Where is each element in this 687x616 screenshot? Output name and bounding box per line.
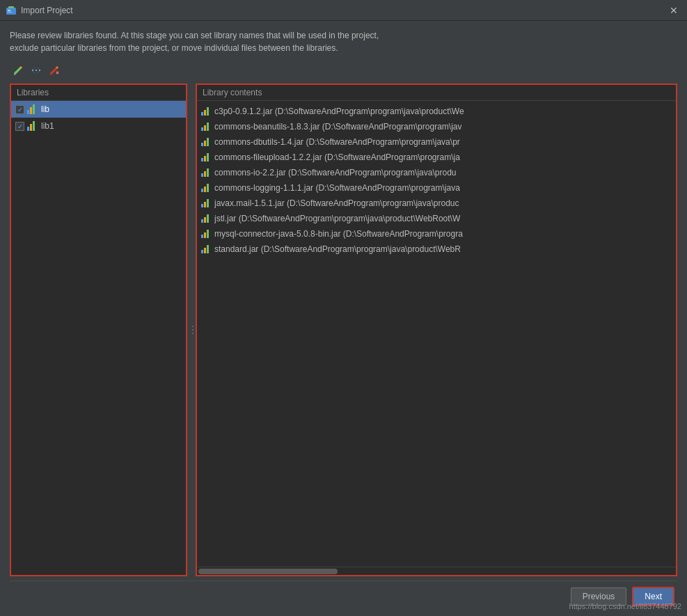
library-contents-header: Library contents (197, 85, 676, 101)
content-text-6: javax.mail-1.5.1.jar (D:\SoftwareAndProg… (214, 198, 459, 208)
jar-bars-8 (201, 230, 211, 238)
lib-bars-icon (27, 104, 38, 114)
content-item-7[interactable]: jstl.jar (D:\SoftwareAndProgram\program\… (197, 211, 676, 226)
jar-bars-0 (201, 107, 211, 116)
library-contents-panel: Library contents c3p0-0.9.1.2.jar (D:\So… (196, 84, 677, 576)
jar-bars-7 (201, 214, 211, 223)
lib-name-lib1: lib1 (41, 121, 54, 131)
lib-icon-lib1 (27, 121, 38, 131)
content-text-1: commons-beanutils-1.8.3.jar (D:\Software… (214, 122, 461, 132)
jar-icon-5 (201, 184, 211, 192)
lib-icon-lib (27, 104, 38, 114)
content-item-2[interactable]: commons-dbutils-1.4.jar (D:\SoftwareAndP… (197, 134, 676, 150)
jar-icon-1 (201, 123, 211, 131)
next-button[interactable]: Next (632, 587, 674, 606)
jar-bars-1 (201, 123, 211, 131)
description-line2: exclude particular libraries from the pr… (10, 42, 677, 54)
svg-rect-8 (33, 68, 35, 72)
jar-icon-9 (201, 245, 211, 253)
content-text-4: commons-io-2.2.jar (D:\SoftwareAndProgra… (214, 168, 456, 177)
jar-bars-6 (201, 199, 211, 207)
title-bar-left: Import Project (6, 5, 73, 16)
svg-rect-2 (8, 10, 10, 11)
move-library-button[interactable] (28, 63, 45, 78)
close-button[interactable]: ✕ (666, 3, 681, 18)
content-item-0[interactable]: c3p0-0.9.1.2.jar (D:\SoftwareAndProgram\… (197, 104, 676, 119)
library-item-lib1[interactable]: ✓ lib1 (11, 118, 186, 134)
title-bar: Import Project ✕ (0, 0, 687, 21)
content-text-8: mysql-connector-java-5.0.8-bin.jar (D:\S… (214, 229, 463, 239)
svg-rect-3 (8, 12, 12, 13)
lib-name-lib: lib (41, 104, 49, 114)
footer: Previous Next (10, 581, 677, 609)
content-item-9[interactable]: standard.jar (D:\SoftwareAndProgram\prog… (197, 242, 676, 257)
svg-rect-9 (37, 68, 39, 72)
horizontal-scrollbar[interactable] (198, 569, 338, 574)
app-icon (6, 5, 17, 16)
jar-bars-9 (201, 245, 211, 253)
divider-dot-3 (192, 333, 194, 334)
content-item-4[interactable]: commons-io-2.2.jar (D:\SoftwareAndProgra… (197, 165, 676, 180)
lib-checkbox-lib1[interactable]: ✓ (15, 122, 24, 131)
content-text-9: standard.jar (D:\SoftwareAndProgram\prog… (214, 244, 461, 254)
content-item-8[interactable]: mysql-connector-java-5.0.8-bin.jar (D:\S… (197, 226, 676, 242)
main-content: Please review libraries found. At this s… (0, 21, 687, 616)
jar-icon-7 (201, 214, 211, 223)
jar-icon-3 (201, 153, 211, 161)
content-text-5: commons-logging-1.1.1.jar (D:\SoftwareAn… (214, 183, 460, 193)
content-item-5[interactable]: commons-logging-1.1.1.jar (D:\SoftwareAn… (197, 180, 676, 196)
jar-bars-4 (201, 168, 211, 177)
add-library-button[interactable] (10, 63, 26, 78)
jar-icon-0 (201, 107, 211, 116)
content-item-3[interactable]: commons-fileupload-1.2.2.jar (D:\Softwar… (197, 150, 676, 165)
title-bar-title: Import Project (21, 6, 73, 15)
remove-library-button[interactable] (46, 63, 63, 78)
jar-icon-4 (201, 168, 211, 177)
description-line1: Please review libraries found. At this s… (10, 29, 677, 42)
libraries-panel: Libraries ✓ lib ✓ lib1 (10, 84, 187, 576)
jar-bars-5 (201, 184, 211, 192)
toolbar (10, 63, 677, 78)
libraries-panel-header: Libraries (11, 85, 186, 101)
content-item-1[interactable]: commons-beanutils-1.8.3.jar (D:\Software… (197, 119, 676, 134)
jar-icon-2 (201, 138, 211, 146)
jar-icon-8 (201, 230, 211, 238)
panels-area: Libraries ✓ lib ✓ lib1 (10, 84, 677, 576)
content-text-7: jstl.jar (D:\SoftwareAndProgram\program\… (214, 214, 460, 223)
remove-icon (49, 65, 60, 76)
jar-bars-2 (201, 138, 211, 146)
lib1-bars-icon (27, 121, 38, 131)
svg-rect-1 (8, 6, 14, 8)
divider-dot-2 (192, 329, 194, 331)
add-icon (13, 65, 24, 76)
jar-bars-3 (201, 153, 211, 161)
library-item-lib[interactable]: ✓ lib (11, 101, 186, 118)
library-contents-list[interactable]: c3p0-0.9.1.2.jar (D:\SoftwareAndProgram\… (197, 101, 676, 567)
content-text-0: c3p0-0.9.1.2.jar (D:\SoftwareAndProgram\… (214, 106, 464, 116)
divider-dot-1 (192, 326, 194, 327)
content-text-2: commons-dbutils-1.4.jar (D:\SoftwareAndP… (214, 137, 460, 147)
panel-divider[interactable] (190, 84, 196, 576)
horizontal-scrollbar-container (197, 567, 676, 575)
content-text-3: commons-fileupload-1.2.2.jar (D:\Softwar… (214, 152, 460, 162)
move-icon (31, 65, 42, 76)
previous-button[interactable]: Previous (571, 587, 627, 606)
description-text: Please review libraries found. At this s… (10, 29, 677, 54)
content-item-6[interactable]: javax.mail-1.5.1.jar (D:\SoftwareAndProg… (197, 196, 676, 211)
jar-icon-6 (201, 199, 211, 207)
lib-checkbox-lib[interactable]: ✓ (15, 105, 24, 114)
